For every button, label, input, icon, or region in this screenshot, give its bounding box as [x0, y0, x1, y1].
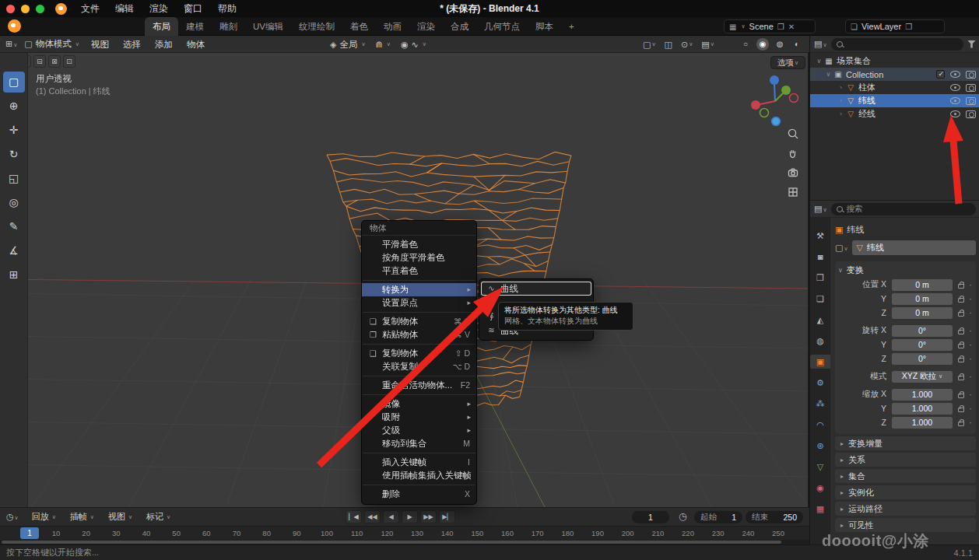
properties-tab[interactable]: ◭: [811, 313, 830, 327]
animate-dot[interactable]: ·: [969, 355, 972, 362]
workspace-tab[interactable]: +: [561, 17, 582, 36]
menubar-menu-item[interactable]: 窗口: [176, 0, 210, 17]
transport-button[interactable]: ▶▶: [420, 510, 437, 523]
shading-mode-button[interactable]: ◍: [774, 38, 786, 51]
outliner-row[interactable]: ∨ ▣ Collection: [810, 68, 979, 81]
context-menu-item[interactable]: 删除 X: [362, 488, 476, 501]
menubar-menu-item[interactable]: 渲染: [142, 0, 176, 17]
pan-hand-icon[interactable]: [787, 147, 799, 159]
orientation-label[interactable]: 全局: [339, 39, 357, 51]
animate-dot[interactable]: ·: [969, 295, 972, 303]
properties-tab[interactable]: ▣: [810, 355, 830, 369]
properties-editor-icon[interactable]: ▤∨: [814, 204, 827, 214]
workspace-tab[interactable]: 建模: [178, 17, 212, 36]
expand-caret-icon[interactable]: ›: [837, 84, 845, 91]
context-menu-item[interactable]: 吸附 ▸: [362, 411, 476, 424]
property-value-field[interactable]: 1.000: [892, 417, 953, 429]
viewport-toggle-icon[interactable]: ▤∨: [701, 40, 714, 50]
outliner-search-input[interactable]: [831, 38, 963, 51]
tool-button[interactable]: ∡: [3, 240, 25, 261]
options-dropdown[interactable]: 选项 ∨: [770, 56, 805, 69]
context-menu-item[interactable]: 重命名活动物体... F2: [362, 379, 476, 392]
window-minimize-button[interactable]: [21, 5, 30, 13]
tool-button[interactable]: ▢: [3, 72, 25, 93]
submenu-item[interactable]: ∿ 曲线: [481, 282, 591, 296]
shading-mode-button[interactable]: ○: [739, 38, 752, 51]
viewlayer-selector[interactable]: ❏ ViewLayer ❐: [845, 19, 945, 33]
current-frame-field[interactable]: 1: [632, 511, 669, 523]
menubar-menu-item[interactable]: 帮助: [210, 0, 244, 17]
transport-button[interactable]: ◀◀: [364, 510, 381, 523]
animate-dot[interactable]: ·: [969, 341, 972, 348]
unlink-scene-icon[interactable]: ✕: [788, 23, 795, 31]
transport-button[interactable]: ▶▏: [439, 510, 455, 523]
properties-tab[interactable]: ◍: [811, 334, 830, 348]
animate-dot[interactable]: ·: [969, 404, 972, 412]
workspace-tab[interactable]: 合成: [443, 17, 476, 36]
blender-logo-icon[interactable]: [8, 19, 21, 33]
animate-dot[interactable]: ·: [969, 327, 972, 334]
transport-button[interactable]: ▶: [402, 510, 418, 523]
timeline-editor-icon[interactable]: ◷∨: [6, 512, 19, 522]
hide-eye-icon[interactable]: [950, 97, 960, 104]
proportional-edit-icon[interactable]: ◉: [401, 40, 409, 50]
falloff-icon[interactable]: ∿: [412, 40, 419, 50]
context-menu-item[interactable]: [363, 344, 475, 345]
lock-icon[interactable]: [958, 312, 964, 317]
tool-button[interactable]: ⊕: [3, 96, 25, 117]
properties-tab[interactable]: ▦: [811, 502, 830, 516]
context-menu-item[interactable]: 按角度平滑着色: [362, 251, 476, 264]
properties-tab[interactable]: ⚙: [811, 376, 830, 390]
workspace-tab[interactable]: UV编辑: [245, 17, 291, 36]
shading-mode-button[interactable]: ◉: [756, 38, 769, 51]
workspace-tab[interactable]: 脚本: [528, 17, 561, 36]
lock-icon[interactable]: [958, 376, 964, 380]
workspace-tab[interactable]: 雕刻: [212, 17, 245, 36]
outliner-row[interactable]: › ▽ 柱体: [810, 81, 979, 94]
context-menu-item[interactable]: [363, 453, 475, 453]
outliner-row[interactable]: › ▽ 经线: [810, 107, 979, 121]
viewport-menu-item[interactable]: 物体: [180, 36, 212, 53]
scene-selector[interactable]: ▦ ∨ Scene ❐ ✕: [724, 19, 816, 33]
properties-tab[interactable]: ◉: [811, 481, 830, 495]
camera-view-icon[interactable]: [787, 166, 799, 179]
context-menu-item[interactable]: 镜像 ▸: [362, 397, 476, 411]
timeline-menu[interactable]: 标记∨: [139, 511, 177, 523]
tool-button[interactable]: ◎: [3, 192, 25, 213]
lock-icon[interactable]: [958, 408, 964, 412]
timeline-ruler[interactable]: 1 10203040506070809010011012013014015016…: [0, 526, 809, 540]
properties-tab[interactable]: ▽: [811, 460, 830, 474]
tool-button[interactable]: ↻: [3, 144, 25, 165]
animate-dot[interactable]: ·: [969, 373, 972, 380]
lock-icon[interactable]: [958, 394, 964, 398]
animate-dot[interactable]: ·: [969, 418, 972, 426]
lock-icon[interactable]: [958, 284, 964, 289]
workspace-tab[interactable]: 纹理绘制: [291, 17, 342, 36]
properties-tab[interactable]: ❏: [811, 292, 830, 306]
viewport-toggle-icon[interactable]: ⊙∨: [681, 40, 693, 50]
context-menu-item[interactable]: ❏ 复制物体 ⌘ C: [362, 315, 476, 328]
hide-eye-icon[interactable]: [950, 84, 960, 91]
editor-type-button[interactable]: ⊞∨: [5, 39, 17, 49]
property-value-field[interactable]: XYZ 欧拉∨: [892, 371, 953, 383]
properties-tab[interactable]: ⊛: [811, 439, 830, 453]
property-value-field[interactable]: 0 m: [892, 279, 953, 291]
context-menu-item[interactable]: [363, 376, 475, 376]
orientation-icon[interactable]: ◈: [330, 40, 336, 50]
context-menu-item[interactable]: 使用插帧集插入关键帧 K: [362, 469, 476, 482]
properties-tab[interactable]: ◠: [811, 418, 830, 432]
select-mode-button[interactable]: ⊟: [33, 55, 46, 68]
property-value-field[interactable]: 1.000: [892, 403, 953, 415]
select-mode-button[interactable]: ⊠: [48, 55, 61, 68]
workspace-tab[interactable]: 动画: [376, 17, 409, 36]
object-name-field[interactable]: ▽ 纬线: [852, 240, 976, 255]
animate-dot[interactable]: ·: [969, 390, 972, 398]
property-value-field[interactable]: 0°: [892, 325, 953, 337]
expand-caret-icon[interactable]: ∨: [824, 71, 833, 78]
properties-tab[interactable]: ❒: [811, 271, 830, 285]
window-close-button[interactable]: [6, 5, 15, 13]
viewport-menu-item[interactable]: 视图: [84, 36, 116, 53]
viewport-toggle-icon[interactable]: ▢∨: [643, 40, 656, 50]
workspace-tab[interactable]: 着色: [342, 17, 376, 36]
new-scene-icon[interactable]: ❐: [777, 23, 784, 31]
